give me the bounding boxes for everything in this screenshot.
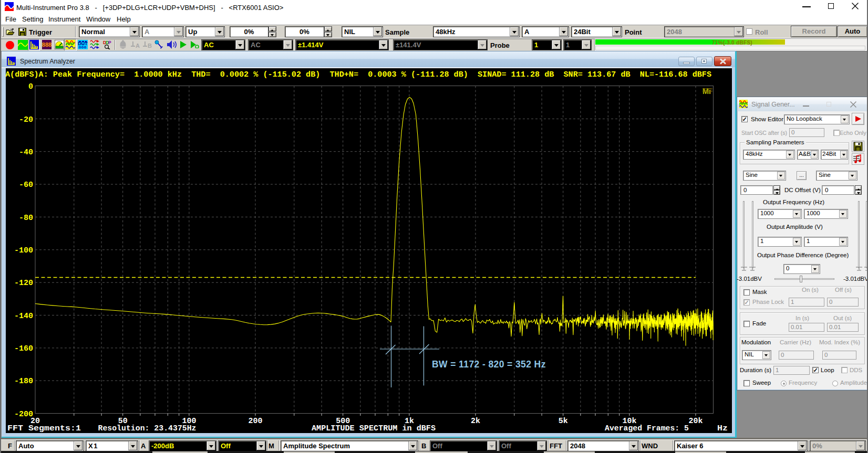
svg-text:888: 888 bbox=[42, 41, 51, 48]
svg-text:20k: 20k bbox=[688, 417, 702, 426]
svg-text:-100: -100 bbox=[14, 246, 33, 255]
svg-text:-60: -60 bbox=[19, 181, 33, 189]
svg-text:Resolution: 23.4375Hz: Resolution: 23.4375Hz bbox=[98, 424, 197, 433]
svg-text:-40: -40 bbox=[19, 148, 33, 157]
svg-text:A(dBFS)A: Peak Frequency= 1.0: A(dBFS)A: Peak Frequency= 1.0000 kHz THD… bbox=[6, 70, 711, 79]
svg-text:0: 0 bbox=[28, 82, 33, 91]
svg-text:P: P bbox=[108, 40, 111, 45]
svg-text:Mi: Mi bbox=[702, 87, 711, 96]
svg-text:-160: -160 bbox=[14, 344, 33, 353]
svg-text:200: 200 bbox=[248, 417, 262, 426]
svg-text:A: A bbox=[136, 43, 140, 49]
svg-text:-180: -180 bbox=[14, 377, 33, 386]
svg-text:-140: -140 bbox=[14, 312, 33, 321]
svg-text:AMPLITUDE SPECTRUM in dBFS: AMPLITUDE SPECTRUM in dBFS bbox=[312, 424, 436, 433]
svg-text:Averaged Frames: 5: Averaged Frames: 5 bbox=[605, 424, 689, 433]
svg-text:Hz: Hz bbox=[717, 424, 728, 433]
svg-text:-120: -120 bbox=[14, 279, 33, 288]
svg-text:5k: 5k bbox=[559, 417, 568, 426]
svg-text:-20: -20 bbox=[19, 115, 33, 124]
svg-text:-80: -80 bbox=[19, 214, 33, 223]
svg-text:2k: 2k bbox=[471, 417, 480, 426]
svg-text:FFT Segments:1: FFT Segments:1 bbox=[7, 424, 81, 433]
svg-text:BW = 1172 - 820 = 352 Hz: BW = 1172 - 820 = 352 Hz bbox=[432, 359, 546, 370]
svg-text:B: B bbox=[148, 43, 152, 49]
